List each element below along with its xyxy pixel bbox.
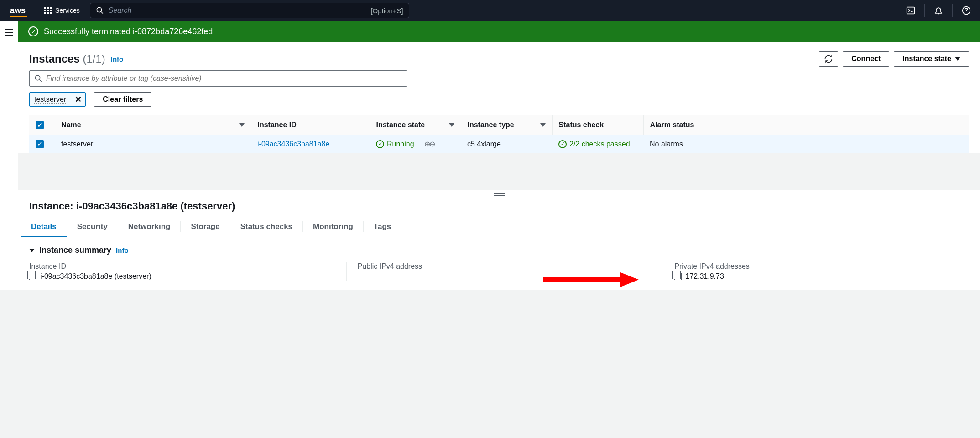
- instance-id-link[interactable]: i-09ac3436c3ba81a8e: [257, 140, 329, 148]
- success-banner: ✓ Successfully terminated i-0872bda726e4…: [18, 21, 980, 42]
- top-nav: aws Services [Option+S]: [0, 0, 980, 21]
- svg-rect-2: [907, 7, 915, 14]
- banner-message: Successfully terminated i-0872bda726e462…: [44, 27, 213, 36]
- copy-icon[interactable]: [674, 273, 682, 280]
- divider: [924, 4, 925, 17]
- remove-filter-icon[interactable]: ✕: [71, 93, 85, 106]
- tab-tags[interactable]: Tags: [364, 217, 401, 237]
- services-label: Services: [55, 7, 80, 14]
- panel-header: Instances (1/1) Info Connect Instance st…: [29, 51, 969, 67]
- running-icon: ✓: [376, 140, 384, 148]
- table-row[interactable]: ✓ testserver i-09ac3436c3ba81a8e ✓ Runni…: [29, 135, 969, 153]
- summary-title: Instance summary: [39, 245, 111, 255]
- sort-icon: [449, 123, 454, 127]
- notifications-icon[interactable]: [929, 1, 948, 20]
- svg-line-5: [39, 79, 42, 82]
- col-id[interactable]: Instance ID: [251, 115, 370, 135]
- summary-grid: Instance ID i-09ac3436c3ba81a8e (testser…: [18, 258, 980, 290]
- instance-state-label: Instance state: [902, 55, 951, 63]
- disclosure-icon: [29, 249, 35, 252]
- tab-status[interactable]: Status checks: [230, 217, 302, 237]
- cell-name: testserver: [55, 135, 251, 153]
- instances-panel: Instances (1/1) Info Connect Instance st…: [18, 42, 980, 153]
- check-circle-icon: ✓: [28, 26, 38, 36]
- tab-monitoring[interactable]: Monitoring: [303, 217, 363, 237]
- field-public-ip: Public IPv4 address: [346, 262, 652, 281]
- content: ✓ Successfully terminated i-0872bda726e4…: [18, 21, 980, 290]
- col-type[interactable]: Instance type: [461, 115, 552, 135]
- col-select: ✓: [29, 115, 55, 135]
- global-search-input[interactable]: [109, 6, 366, 15]
- check-icon: ✓: [558, 140, 567, 148]
- instance-state-button[interactable]: Instance state: [894, 51, 969, 67]
- copy-icon[interactable]: [29, 273, 36, 280]
- resize-handle[interactable]: [494, 193, 505, 198]
- refresh-icon: [824, 54, 833, 63]
- filters-row: testserver ✕ Clear filters: [29, 92, 969, 107]
- table-header-row: ✓ Name Instance ID Instance state Instan…: [29, 115, 969, 135]
- detail-pane: Instance: i-09ac3436c3ba81a8e (testserve…: [18, 190, 980, 290]
- field-value: 172.31.9.73: [674, 272, 969, 281]
- svg-point-0: [97, 7, 102, 12]
- clear-filters-button[interactable]: Clear filters: [94, 92, 151, 107]
- cell-state: ✓ Running ⊕⊖: [376, 140, 454, 148]
- help-icon[interactable]: [957, 1, 975, 20]
- chevron-down-icon: [955, 57, 960, 61]
- col-state[interactable]: Instance state: [370, 115, 461, 135]
- field-value: i-09ac3436c3ba81a8e (testserver): [29, 272, 335, 281]
- tab-storage[interactable]: Storage: [181, 217, 229, 237]
- instance-count: (1/1): [83, 52, 105, 65]
- col-alarm[interactable]: Alarm status: [643, 115, 969, 135]
- services-menu[interactable]: Services: [41, 4, 83, 17]
- info-link[interactable]: Info: [116, 246, 129, 254]
- field-label: Instance ID: [29, 262, 335, 271]
- col-name[interactable]: Name: [55, 115, 251, 135]
- cell-alarm: No alarms: [643, 135, 969, 153]
- table-gap: [18, 153, 980, 190]
- cell-type: c5.4xlarge: [461, 135, 552, 153]
- tab-security[interactable]: Security: [67, 217, 118, 237]
- select-all-checkbox[interactable]: ✓: [36, 121, 44, 129]
- cell-status: ✓ 2/2 checks passed: [558, 140, 637, 148]
- field-label: Public IPv4 address: [358, 262, 652, 271]
- divider: [36, 4, 36, 17]
- divider: [952, 4, 953, 17]
- instance-search[interactable]: [29, 70, 407, 87]
- field-label: Private IPv4 addresses: [674, 262, 969, 271]
- row-checkbox[interactable]: ✓: [36, 140, 44, 148]
- instance-search-input[interactable]: [46, 74, 402, 83]
- info-link[interactable]: Info: [111, 55, 124, 63]
- search-icon: [34, 74, 42, 83]
- connect-button[interactable]: Connect: [843, 51, 889, 67]
- field-private-ip: Private IPv4 addresses 172.31.9.73: [663, 262, 969, 281]
- cloudshell-icon[interactable]: [902, 1, 920, 20]
- svg-point-4: [35, 75, 40, 80]
- global-search[interactable]: [Option+S]: [90, 3, 409, 18]
- summary-header[interactable]: Instance summary Info: [18, 237, 980, 258]
- topnav-right: [902, 1, 975, 20]
- refresh-button[interactable]: [819, 51, 838, 67]
- search-shortcut: [Option+S]: [370, 7, 403, 15]
- field-instance-id: Instance ID i-09ac3436c3ba81a8e (testser…: [29, 262, 335, 281]
- detail-tabs: Details Security Networking Storage Stat…: [18, 217, 980, 237]
- aws-logo[interactable]: aws: [10, 6, 26, 16]
- search-icon: [96, 6, 104, 15]
- menu-toggle-icon[interactable]: [5, 29, 13, 290]
- grid-icon: [44, 7, 52, 14]
- left-rail: [0, 21, 18, 290]
- tab-details[interactable]: Details: [21, 217, 67, 237]
- filter-chip: testserver ✕: [29, 92, 86, 107]
- state-zoom-icons[interactable]: ⊕⊖: [424, 140, 434, 148]
- main-area: ✓ Successfully terminated i-0872bda726e4…: [0, 21, 980, 290]
- sort-icon: [540, 123, 546, 127]
- header-actions: Connect Instance state: [819, 51, 969, 67]
- instances-table: ✓ Name Instance ID Instance state Instan…: [29, 115, 969, 153]
- sort-icon: [239, 123, 245, 127]
- col-status[interactable]: Status check: [552, 115, 643, 135]
- filter-chip-label[interactable]: testserver: [30, 93, 71, 106]
- svg-line-1: [101, 11, 103, 14]
- page-title: Instances (1/1): [29, 52, 105, 65]
- tab-networking[interactable]: Networking: [118, 217, 181, 237]
